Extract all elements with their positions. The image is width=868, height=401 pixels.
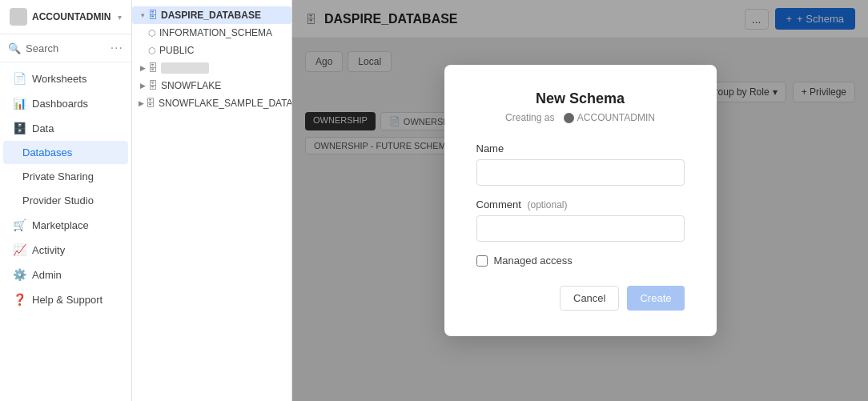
modal-user-label: ACCOUNTADMIN <box>577 112 655 123</box>
sidebar-item-activity[interactable]: 📈 Activity <box>3 238 128 262</box>
sidebar-item-marketplace[interactable]: 🛒 Marketplace <box>3 213 128 237</box>
tree-node-blurred[interactable]: ▶ 🗄 <box>132 59 291 77</box>
sidebar-item-worksheets[interactable]: 📄 Worksheets <box>3 66 128 90</box>
tree-expand-icon[interactable]: ▾ <box>139 11 147 19</box>
avatar <box>10 8 27 26</box>
tree-expand-icon[interactable]: ▶ <box>139 99 144 107</box>
sidebar-item-admin[interactable]: ⚙️ Admin <box>3 263 128 287</box>
tree-node-daspire[interactable]: ▾ 🗄 DASPIRE_DATABASE <box>132 6 291 24</box>
sidebar-item-dashboards[interactable]: 📊 Dashboards <box>3 91 128 115</box>
modal-actions: Cancel Create <box>476 286 685 311</box>
create-button[interactable]: Create <box>627 286 684 311</box>
managed-access-label: Managed access <box>494 255 573 267</box>
managed-access-row: Managed access <box>476 255 685 267</box>
database-icon: 🗄 <box>148 10 158 21</box>
sidebar-item-label: Private Sharing <box>22 170 94 182</box>
comment-label: Comment (optional) <box>476 198 685 211</box>
name-input[interactable] <box>476 159 685 186</box>
activity-icon: 📈 <box>13 243 26 256</box>
sidebar: ACCOUNTADMIN ▾ 🔍 Search ··· 📄 Worksheets… <box>0 0 132 401</box>
sidebar-item-private-sharing[interactable]: Private Sharing <box>3 165 128 188</box>
comment-input[interactable] <box>476 215 685 242</box>
tree-node-public[interactable]: ⬡ PUBLIC <box>132 42 291 59</box>
marketplace-icon: 🛒 <box>13 219 26 231</box>
modal-overlay: New Schema Creating as ACCOUNTADMIN Name… <box>292 0 868 401</box>
sidebar-item-databases[interactable]: Databases <box>3 141 128 164</box>
name-label: Name <box>476 142 685 154</box>
sidebar-item-label: Admin <box>32 269 62 281</box>
help-icon: ❓ <box>13 293 26 306</box>
sidebar-item-label: Provider Studio <box>22 194 94 207</box>
chevron-down-icon: ▾ <box>118 13 122 22</box>
database-icon: 🗄 <box>148 80 158 91</box>
database-tree-panel: ▾ 🗄 DASPIRE_DATABASE ⬡ INFORMATION_SCHEM… <box>132 0 292 401</box>
worksheets-icon: 📄 <box>13 72 26 85</box>
tree-expand-icon[interactable]: ▶ <box>139 64 147 72</box>
user-icon <box>564 113 574 123</box>
tree-node-snowflake-sample[interactable]: ▶ 🗄 SNOWFLAKE_SAMPLE_DATA <box>132 94 291 112</box>
schema-icon: ⬡ <box>148 46 156 56</box>
sidebar-header: ACCOUNTADMIN ▾ <box>0 0 131 34</box>
admin-icon: ⚙️ <box>13 268 26 281</box>
search-icon: 🔍 <box>8 42 21 54</box>
modal-subtitle: Creating as ACCOUNTADMIN <box>476 112 685 123</box>
tree-node-snowflake[interactable]: ▶ 🗄 SNOWFLAKE <box>132 77 291 94</box>
schema-icon: ⬡ <box>148 28 156 38</box>
modal-title: New Schema <box>476 90 685 107</box>
database-icon: 🗄 <box>146 98 155 109</box>
new-schema-modal: New Schema Creating as ACCOUNTADMIN Name… <box>444 65 717 336</box>
data-icon: 🗄️ <box>13 122 26 134</box>
tree-node-label <box>161 62 209 74</box>
cancel-button[interactable]: Cancel <box>560 286 619 311</box>
sidebar-item-label: Data <box>32 122 54 134</box>
sidebar-item-label: Databases <box>22 146 72 158</box>
tree-node-label: DASPIRE_DATABASE <box>161 10 261 21</box>
sidebar-item-label: Marketplace <box>32 219 89 231</box>
search-more-icon[interactable]: ··· <box>111 41 123 55</box>
search-bar[interactable]: 🔍 Search ··· <box>0 34 131 62</box>
account-switcher[interactable]: ACCOUNTADMIN <box>10 8 111 26</box>
managed-access-checkbox[interactable] <box>476 255 488 267</box>
tree-expand-icon[interactable]: ▶ <box>139 82 147 90</box>
tree-node-label: PUBLIC <box>159 45 194 56</box>
tree-node-label: SNOWFLAKE <box>161 80 221 91</box>
search-label: Search <box>26 42 58 54</box>
database-icon: 🗄 <box>148 62 158 74</box>
sidebar-item-label: Worksheets <box>32 73 86 85</box>
sidebar-item-data[interactable]: 🗄️ Data <box>3 116 128 140</box>
tree-node-label: SNOWFLAKE_SAMPLE_DATA <box>159 98 292 109</box>
optional-label: (optional) <box>527 199 567 211</box>
sidebar-nav: 📄 Worksheets 📊 Dashboards 🗄️ Data Databa… <box>0 62 131 401</box>
sidebar-item-label: Help & Support <box>32 294 102 306</box>
dashboards-icon: 📊 <box>13 97 26 110</box>
tree-node-info-schema[interactable]: ⬡ INFORMATION_SCHEMA <box>132 24 291 42</box>
tree-node-label: INFORMATION_SCHEMA <box>159 27 272 38</box>
sidebar-item-help[interactable]: ❓ Help & Support <box>3 287 128 311</box>
account-label: ACCOUNTADMIN <box>32 11 111 22</box>
sidebar-item-provider-studio[interactable]: Provider Studio <box>3 189 128 212</box>
main-content: 🗄 DASPIRE_DATABASE ... + + Schema Ago Lo… <box>292 0 868 401</box>
sidebar-item-label: Activity <box>32 244 65 256</box>
sidebar-item-label: Dashboards <box>32 98 88 110</box>
